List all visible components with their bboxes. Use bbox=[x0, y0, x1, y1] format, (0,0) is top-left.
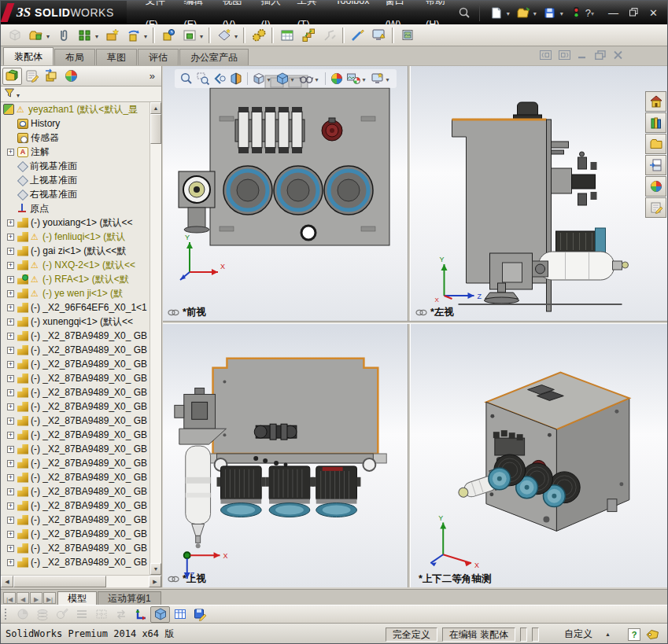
linear-component-pattern-button[interactable] bbox=[74, 26, 95, 45]
tree-item-row[interactable]: (-) _X2_87BA9489_X0_ GB bbox=[1, 371, 149, 385]
expand-icon[interactable] bbox=[7, 361, 14, 368]
design-table-save-button[interactable] bbox=[190, 606, 209, 623]
tree-item-row[interactable]: 前视基准面 bbox=[1, 159, 149, 173]
filter-funnel-icon[interactable] bbox=[4, 87, 15, 101]
toolbar-grip[interactable] bbox=[4, 608, 8, 620]
tree-item-row[interactable]: (-) _X2_87BA9489_X0_ GB bbox=[1, 414, 149, 428]
viewport-left[interactable]: YZX *左视 bbox=[411, 66, 667, 321]
viewport-front[interactable]: YX *前视 bbox=[163, 66, 408, 321]
expand-icon[interactable] bbox=[7, 403, 14, 410]
previous-view-button[interactable] bbox=[212, 71, 227, 86]
view-settings-caret[interactable] bbox=[386, 73, 393, 84]
span-right-button[interactable] bbox=[559, 50, 570, 60]
zoom-to-area-button[interactable] bbox=[195, 71, 211, 86]
traffic-light-icon[interactable] bbox=[568, 4, 585, 21]
shaded-view-button[interactable] bbox=[150, 606, 170, 623]
hide-show-items-button[interactable] bbox=[298, 71, 315, 86]
view-orientation-caret[interactable] bbox=[268, 73, 274, 84]
table-view-button[interactable] bbox=[170, 606, 190, 623]
tree-item-row[interactable]: (-) gai zi<1> (默认<<默 bbox=[1, 244, 149, 258]
tree-item-row[interactable]: (-) _X2_87BA9489_X0_ GB bbox=[1, 385, 149, 399]
new-document-button[interactable] bbox=[488, 4, 505, 21]
mate-button[interactable] bbox=[53, 26, 74, 45]
tree-item-row[interactable]: (-) _X2_87BA9489_X0_ GB bbox=[1, 343, 149, 357]
doc-close-button[interactable] bbox=[613, 50, 623, 60]
save-caret[interactable] bbox=[560, 7, 567, 18]
custom-properties-button[interactable] bbox=[645, 197, 666, 218]
view-orientation-button[interactable] bbox=[251, 71, 267, 86]
last-tab-button[interactable] bbox=[43, 592, 56, 604]
show-hidden-components-button[interactable] bbox=[157, 26, 179, 45]
viewport-isometric[interactable]: YX *上下二等角轴测 bbox=[411, 324, 667, 587]
bill-of-materials-button[interactable] bbox=[276, 26, 297, 45]
section-view-button[interactable] bbox=[228, 71, 244, 86]
tree-item-row[interactable]: (-) fenliuqi<1> (默认 bbox=[1, 230, 149, 244]
interference-detection-button[interactable] bbox=[347, 26, 368, 45]
scroll-down-arrow[interactable] bbox=[150, 563, 161, 575]
display-style-caret[interactable] bbox=[291, 73, 297, 84]
expand-icon[interactable] bbox=[7, 432, 14, 439]
design-library-button[interactable] bbox=[645, 112, 666, 133]
quick-tips-button[interactable]: ? bbox=[628, 628, 640, 641]
insert-component-caret[interactable] bbox=[46, 30, 53, 41]
tree-item-row[interactable]: (-) _X2_87BA9489_X0_ GB bbox=[1, 555, 149, 569]
display-style-button[interactable] bbox=[275, 71, 290, 86]
reference-triad-button[interactable] bbox=[131, 606, 150, 623]
reference-geometry-button[interactable] bbox=[213, 26, 234, 45]
tree-item-row[interactable]: (-) _X2_87BA9489_X0_ GB bbox=[1, 456, 149, 470]
configurationmanager-tab[interactable] bbox=[42, 68, 61, 85]
expand-icon[interactable] bbox=[7, 234, 14, 241]
tree-horizontal-scrollbar[interactable] bbox=[1, 575, 161, 587]
tree-item-row[interactable]: (-) _X2_96F64EF6_X0_1<1 bbox=[1, 300, 149, 315]
move-component-button[interactable] bbox=[123, 26, 144, 45]
tree-item-row[interactable]: (-) _X2_87BA9489_X0_ GB bbox=[1, 399, 149, 414]
tree-item-row[interactable]: (-) RFA<1> (默认<默 bbox=[1, 272, 149, 286]
expand-icon[interactable] bbox=[7, 517, 14, 524]
swap-arrows-button[interactable] bbox=[111, 606, 131, 623]
model-tab[interactable]: 运动算例1 bbox=[98, 591, 161, 605]
scroll-thumb[interactable] bbox=[13, 576, 106, 587]
tree-item-row[interactable]: (-) _X2_87BA9489_X0_ GB bbox=[1, 470, 149, 484]
smart-fasteners-button[interactable] bbox=[101, 26, 123, 45]
command-tab[interactable]: 装配体 bbox=[3, 47, 54, 65]
new-motion-study-button[interactable] bbox=[248, 26, 269, 45]
snapshot-button[interactable] bbox=[397, 26, 418, 45]
mass-properties-button[interactable] bbox=[13, 606, 32, 623]
help-caret[interactable] bbox=[591, 7, 597, 18]
tree-vertical-scrollbar[interactable] bbox=[149, 102, 161, 575]
expand-icon[interactable] bbox=[7, 262, 14, 269]
view-palette-button[interactable] bbox=[645, 155, 666, 175]
file-explorer-button[interactable] bbox=[645, 134, 666, 154]
design-binder-tag-icon[interactable] bbox=[645, 629, 659, 640]
tree-item-row[interactable]: 原点 bbox=[1, 201, 149, 215]
expand-icon[interactable] bbox=[7, 446, 14, 453]
minimize-button[interactable]: — bbox=[608, 7, 618, 19]
command-tab[interactable]: 评估 bbox=[138, 49, 179, 65]
model-tab[interactable]: 模型 bbox=[57, 591, 97, 605]
move-component-caret[interactable] bbox=[144, 30, 150, 41]
panel-expand-chevron[interactable]: » bbox=[149, 70, 160, 82]
open-document-button[interactable] bbox=[515, 4, 532, 21]
tree-item-row[interactable]: (-) _X2_87BA9489_X0_ GB bbox=[1, 357, 149, 371]
grid-button[interactable] bbox=[91, 606, 111, 623]
markup-button[interactable] bbox=[52, 606, 72, 623]
scroll-right-arrow[interactable] bbox=[149, 576, 161, 587]
scroll-up-arrow[interactable] bbox=[150, 102, 161, 114]
stacked-sheets-button[interactable] bbox=[32, 606, 52, 623]
doc-restore-button[interactable] bbox=[595, 50, 606, 60]
tree-item-row[interactable]: 右视基准面 bbox=[1, 187, 149, 201]
tree-item-row[interactable]: (-) _X2_87BA9489_X0_ GB bbox=[1, 541, 149, 555]
apply-scene-button[interactable] bbox=[345, 71, 362, 86]
apply-scene-caret[interactable] bbox=[363, 73, 369, 84]
solidworks-resources-button[interactable] bbox=[645, 91, 666, 112]
first-tab-button[interactable] bbox=[3, 592, 16, 604]
insert-component-button[interactable] bbox=[25, 26, 46, 45]
filter-caret[interactable] bbox=[17, 89, 23, 100]
tree-item-row[interactable]: (-) _X2_87BA9489_X0_ GB bbox=[1, 499, 149, 513]
tree-item-row[interactable]: (-) _X2_87BA9489_X0_ GB bbox=[1, 428, 149, 442]
expand-icon[interactable] bbox=[7, 347, 14, 354]
tree-item-row[interactable]: (-) _X2_87BA9489_X0_ GB bbox=[1, 527, 149, 541]
tree-item-row[interactable]: (-) _X2_87BA9489_X0_ GB bbox=[1, 484, 149, 499]
expand-icon[interactable] bbox=[7, 276, 14, 283]
propertymanager-tab[interactable] bbox=[22, 68, 42, 85]
